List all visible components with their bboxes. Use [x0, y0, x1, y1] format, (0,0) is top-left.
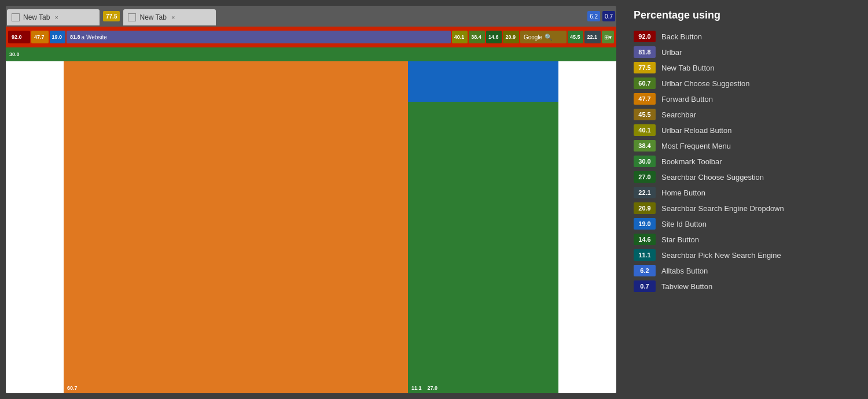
most-freq-icon: ⊞▾ [604, 34, 612, 40]
bookmark-toolbar: 30.0 [6, 47, 616, 61]
tabview-value: 0.7 [605, 13, 613, 20]
new-tab-button[interactable]: 77.5 [103, 11, 120, 21]
legend-label: Star Button [661, 235, 699, 244]
legend-badge: 47.7 [634, 93, 656, 105]
legend-item: 92.0Back Button [634, 31, 856, 42]
bookmark-value: 30.0 [9, 51, 20, 57]
searchbar-dropdown[interactable]: 20.9 [503, 31, 519, 43]
legend-badge: 14.6 [634, 234, 656, 245]
tab-1[interactable]: New Tab × [7, 9, 100, 25]
legend-label: Back Button [661, 32, 702, 41]
tab-2-close[interactable]: × [171, 14, 175, 21]
legend-item: 6.2Alltabs Button [634, 265, 856, 276]
legend-items: 92.0Back Button81.8Urlbar77.5New Tab But… [634, 31, 856, 292]
legend-badge: 77.5 [634, 62, 656, 73]
legend-label: Searchbar Search Engine Dropdown [661, 204, 784, 213]
searchbar-pick-button[interactable]: 45.5 [568, 31, 584, 43]
legend-badge: 20.9 [634, 202, 656, 214]
tab-1-icon [12, 13, 20, 21]
star-value: 14.6 [488, 34, 499, 40]
searchbar-suggest-display: 27.0 [428, 385, 438, 391]
tab-2-label: New Tab [139, 13, 166, 21]
searchbar-dropdown-value: 20.9 [505, 34, 516, 40]
legend-item: 20.9Searchbar Search Engine Dropdown [634, 202, 856, 214]
site-id-button[interactable]: 19.0 [50, 31, 66, 43]
urlbar-value: 81.8 [70, 34, 80, 40]
site-id-block [408, 61, 558, 102]
site-id-value: 19.0 [52, 34, 62, 40]
legend-item: 30.0Bookmark Toolbar [634, 156, 856, 167]
forward-button[interactable]: 47.7 [31, 31, 49, 43]
legend-badge: 45.5 [634, 109, 656, 120]
legend-label: Searchbar Pick New Search Engine [661, 251, 781, 260]
legend-item: 45.5Searchbar [634, 109, 856, 120]
tabview-button[interactable]: 0.7 [602, 11, 615, 21]
content-right-section: 11.1 27.0 [408, 61, 558, 393]
legend-label: Urlbar Reload Button [661, 126, 731, 135]
legend-label: New Tab Button [661, 64, 715, 72]
browser-visualization: New Tab × 77.5 New Tab × 6.2 0.7 92.0 [6, 6, 616, 393]
content-main: 60.7 [64, 61, 408, 393]
legend-item: 81.8Urlbar [634, 46, 856, 58]
nav-bar: 92.0 47.7 19.0 81.8 a Website 40.1 38.4 … [6, 27, 616, 47]
searchbar-text: Google [524, 34, 542, 40]
new-tab-value: 77.5 [106, 13, 117, 20]
legend-badge: 92.0 [634, 31, 656, 42]
tab-1-close[interactable]: × [54, 14, 58, 21]
searchbar-suggest-block: 11.1 27.0 [408, 102, 558, 393]
tab-2-icon [128, 13, 136, 21]
legend-label: Tabview Button [661, 282, 712, 291]
legend-badge: 22.1 [634, 187, 656, 198]
legend-item: 40.1Urlbar Reload Button [634, 124, 856, 136]
legend-item: 77.5New Tab Button [634, 62, 856, 73]
legend-item: 0.7Tabview Button [634, 280, 856, 292]
tab-2[interactable]: New Tab × [123, 9, 216, 25]
legend-badge: 60.7 [634, 77, 656, 89]
legend-badge: 30.0 [634, 156, 656, 167]
urlbar[interactable]: 81.8 a Website [67, 31, 451, 43]
search-icon: 🔍 [545, 34, 553, 41]
legend-label: Forward Button [661, 95, 713, 104]
searchbar-pick-new-value: 11.1 [411, 385, 422, 391]
legend-badge: 38.4 [634, 140, 656, 152]
back-value: 92.0 [12, 34, 22, 40]
forward-value: 47.7 [34, 34, 45, 40]
legend-item: 38.4Most Frequent Menu [634, 140, 856, 152]
urlbar-suggest-value: 38.4 [471, 34, 481, 40]
content-right-whitespace [558, 61, 616, 393]
home-value: 22.1 [587, 34, 597, 40]
legend-label: Urlbar Choose Suggestion [661, 79, 749, 88]
legend-label: Most Frequent Menu [661, 142, 731, 150]
urlbar-choose-value: 60.7 [67, 385, 78, 391]
legend-label: Home Button [661, 189, 705, 197]
legend-label: Site Id Button [661, 220, 707, 228]
alltabs-button[interactable]: 6.2 [587, 11, 600, 21]
searchbar[interactable]: Google 🔍 [520, 31, 567, 43]
urlbar-reload-button[interactable]: 40.1 [452, 31, 468, 43]
star-button[interactable]: 14.6 [486, 31, 502, 43]
back-button[interactable]: 92.0 [8, 31, 30, 43]
content-left-whitespace [6, 61, 64, 393]
legend-item: 14.6Star Button [634, 234, 856, 245]
reload-value: 40.1 [454, 34, 465, 40]
legend-label: Searchbar [661, 110, 696, 119]
content-area: 60.7 11.1 27.0 [6, 61, 616, 393]
legend-panel: Percentage using 92.0Back Button81.8Urlb… [622, 0, 868, 399]
legend-item: 27.0Searchbar Choose Suggestion [634, 171, 856, 183]
home-button[interactable]: 22.1 [584, 31, 601, 43]
legend-item: 19.0Site Id Button [634, 218, 856, 230]
legend-badge: 81.8 [634, 46, 656, 58]
tab-bar: New Tab × 77.5 New Tab × 6.2 0.7 [6, 6, 616, 27]
legend-item: 22.1Home Button [634, 187, 856, 198]
most-frequent-menu[interactable]: ⊞▾ [602, 31, 614, 43]
legend-label: Searchbar Choose Suggestion [661, 173, 764, 182]
legend-badge: 27.0 [634, 171, 656, 183]
legend-label: Alltabs Button [661, 267, 708, 275]
urlbar-suggest-button[interactable]: 38.4 [469, 31, 485, 43]
legend-label: Urlbar [661, 48, 682, 57]
searchbar-pick-value: 45.5 [570, 34, 580, 40]
legend-label: Bookmark Toolbar [661, 157, 722, 166]
legend-title: Percentage using [634, 9, 856, 21]
legend-badge: 40.1 [634, 124, 656, 136]
urlbar-text: a Website [82, 34, 107, 40]
